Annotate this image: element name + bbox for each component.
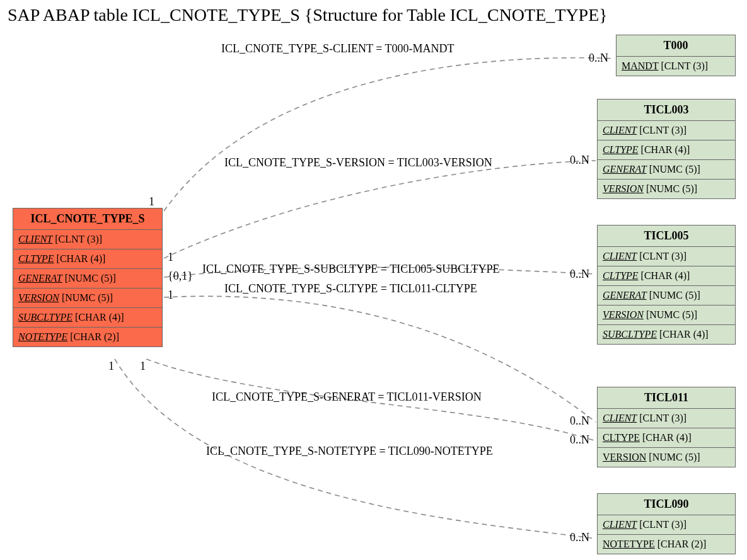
entity-t000-field: MANDT [CLNT (3)] — [617, 57, 735, 76]
entity-ticl090: TICL090 CLIENT [CLNT (3)] NOTETYPE [CHAR… — [597, 493, 736, 554]
edge-label-client: ICL_CNOTE_TYPE_S-CLIENT = T000-MANDT — [221, 42, 454, 55]
cardinality-right-2: 0..N — [570, 154, 589, 167]
entity-ticl003-field: CLIENT [CLNT (3)] — [598, 121, 735, 140]
entity-main-field: CLTYPE [CHAR (4)] — [13, 249, 162, 269]
cardinality-left-5: 1 — [108, 360, 114, 373]
entity-ticl005-field: GENERAT [NUMC (5)] — [598, 286, 735, 306]
entity-ticl005-header: TICL005 — [598, 226, 735, 247]
edge-label-version: ICL_CNOTE_TYPE_S-VERSION = TICL003-VERSI… — [224, 156, 492, 169]
entity-ticl005-field: CLIENT [CLNT (3)] — [598, 247, 735, 266]
entity-ticl005-field: CLTYPE [CHAR (4)] — [598, 266, 735, 286]
cardinality-right-1: 0..N — [589, 52, 608, 65]
entity-ticl005-field: SUBCLTYPE [CHAR (4)] — [598, 325, 735, 344]
cardinality-right-5b: 0..N — [570, 433, 589, 447]
cardinality-left-2c: 1 — [168, 289, 173, 302]
entity-t000-header: T000 — [617, 35, 735, 57]
entity-main-field: CLIENT [CLNT (3)] — [13, 230, 162, 249]
cardinality-left-2b: {0,1} — [168, 270, 193, 283]
entity-main: ICL_CNOTE_TYPE_S CLIENT [CLNT (3)] CLTYP… — [13, 208, 163, 347]
entity-ticl003: TICL003 CLIENT [CLNT (3)] CLTYPE [CHAR (… — [597, 99, 736, 199]
entity-main-field: NOTETYPE [CHAR (2)] — [13, 328, 162, 346]
entity-ticl011-field: CLTYPE [CHAR (4)] — [598, 428, 735, 448]
edge-label-generat: ICL_CNOTE_TYPE_S-GENERAT = TICL011-VERSI… — [212, 391, 482, 404]
entity-main-field: SUBCLTYPE [CHAR (4)] — [13, 308, 162, 328]
entity-ticl090-field: NOTETYPE [CHAR (2)] — [598, 535, 735, 554]
cardinality-left-2a: 1 — [168, 251, 173, 264]
cardinality-left-6: 1 — [140, 360, 146, 373]
entity-ticl090-field: CLIENT [CLNT (3)] — [598, 515, 735, 535]
entity-ticl011-header: TICL011 — [598, 387, 735, 409]
cardinality-right-3: 0..N — [570, 268, 589, 281]
entity-ticl090-header: TICL090 — [598, 494, 735, 515]
page-title: SAP ABAP table ICL_CNOTE_TYPE_S {Structu… — [8, 5, 608, 25]
cardinality-right-5: 0..N — [570, 414, 589, 428]
entity-main-field: VERSION [NUMC (5)] — [13, 289, 162, 308]
cardinality-right-6: 0..N — [570, 531, 589, 544]
entity-t000: T000 MANDT [CLNT (3)] — [616, 35, 736, 76]
edge-label-cltype: ICL_CNOTE_TYPE_S-CLTYPE = TICL011-CLTYPE — [224, 282, 477, 295]
entity-ticl011: TICL011 CLIENT [CLNT (3)] CLTYPE [CHAR (… — [597, 387, 736, 467]
entity-main-header: ICL_CNOTE_TYPE_S — [13, 209, 162, 230]
entity-ticl003-header: TICL003 — [598, 100, 735, 121]
cardinality-left-1: 1 — [149, 195, 154, 209]
entity-ticl011-field: VERSION [NUMC (5)] — [598, 448, 735, 467]
entity-ticl005: TICL005 CLIENT [CLNT (3)] CLTYPE [CHAR (… — [597, 225, 736, 345]
entity-main-field: GENERAT [NUMC (5)] — [13, 269, 162, 289]
entity-ticl003-field: GENERAT [NUMC (5)] — [598, 160, 735, 180]
edge-label-notetype: ICL_CNOTE_TYPE_S-NOTETYPE = TICL090-NOTE… — [206, 445, 493, 458]
entity-ticl003-field: VERSION [NUMC (5)] — [598, 180, 735, 198]
edge-label-subcltype: ICL_CNOTE_TYPE_S-SUBCLTYPE = TICL005-SUB… — [202, 263, 500, 276]
entity-ticl003-field: CLTYPE [CHAR (4)] — [598, 140, 735, 160]
entity-ticl011-field: CLIENT [CLNT (3)] — [598, 409, 735, 428]
entity-ticl005-field: VERSION [NUMC (5)] — [598, 306, 735, 325]
